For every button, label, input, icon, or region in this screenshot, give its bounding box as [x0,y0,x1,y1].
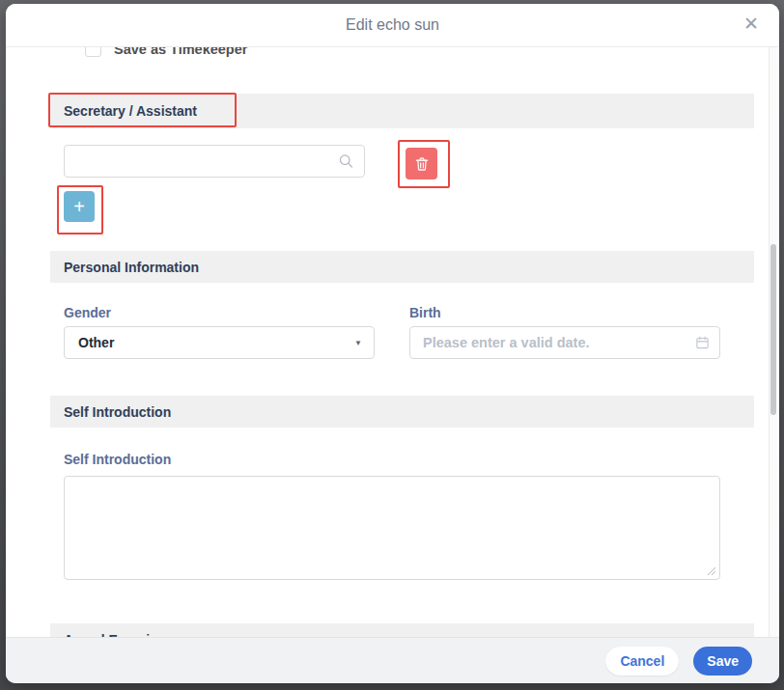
save-button[interactable]: Save [693,647,752,676]
self-introduction-textarea[interactable] [64,476,720,580]
section-self-introduction: Self Introduction [50,396,754,428]
secretary-search-input[interactable] [65,146,364,177]
section-title: Personal Information [50,260,199,275]
chevron-down-icon: ▼ [354,339,374,347]
section-title: Self Introduction [50,404,171,420]
plus-icon: + [73,196,85,217]
birth-date-input[interactable] [410,327,719,358]
dialog-header: Edit echo sun ✕ [6,4,779,47]
timekeeper-label: Save as Timekeeper [114,46,247,57]
section-secretary-assistant: Secretary / Assistant [50,94,754,128]
timekeeper-checkbox[interactable] [85,46,101,57]
gender-label: Gender [64,305,111,320]
edit-user-dialog: Edit echo sun ✕ Save as Timekeeper Secre… [6,4,779,683]
section-personal-information: Personal Information [50,251,754,283]
section-award-experience: Award Experience [50,623,754,637]
section-title: Secretary / Assistant [50,103,197,119]
dialog-body: Save as Timekeeper Secretary / Assistant [6,46,779,637]
dialog-title: Edit echo sun [6,4,779,46]
birth-label: Birth [409,305,441,320]
gender-select[interactable]: Other ▼ [64,326,375,359]
dialog-footer: Cancel Save [6,637,779,683]
scrollbar-thumb[interactable] [770,244,776,415]
gender-selected-value: Other [65,335,354,350]
add-secretary-button[interactable]: + [64,191,95,222]
scrollbar-track[interactable] [769,46,777,637]
timekeeper-row: Save as Timekeeper [6,46,760,71]
close-icon[interactable]: ✕ [739,12,764,37]
trash-icon [413,155,431,173]
cancel-button[interactable]: Cancel [605,647,679,676]
birth-input-wrapper [409,326,720,359]
delete-secretary-button[interactable] [406,148,437,179]
self-introduction-label: Self Introduction [64,452,171,467]
secretary-search-wrapper [64,145,365,178]
